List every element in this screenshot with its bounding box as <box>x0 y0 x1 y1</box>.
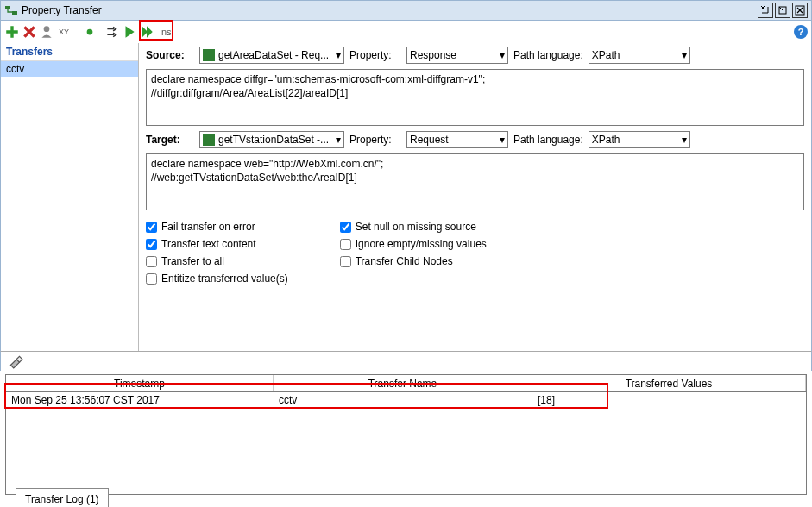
options-checks: Fail transfer on error Transfer text con… <box>146 221 804 285</box>
svg-point-5 <box>87 29 93 35</box>
chevron-down-icon: ▾ <box>500 49 505 61</box>
target-label: Target: <box>146 134 194 146</box>
checkbox[interactable] <box>146 273 157 285</box>
chevron-down-icon: ▾ <box>500 134 505 146</box>
log-toolbar <box>0 352 812 371</box>
cell-name: cctv <box>274 394 532 406</box>
target-step-combo[interactable]: getTVstationDataSet -... ▾ <box>199 131 344 148</box>
col-timestamp[interactable]: Timestamp <box>6 375 274 391</box>
step-icon <box>203 49 215 61</box>
transfers-list[interactable]: cctv <box>1 61 138 351</box>
check-ignore-empty[interactable]: Ignore empty/missing values <box>340 238 487 250</box>
minimize-button[interactable] <box>758 3 773 18</box>
ns-label: ns: <box>161 27 174 37</box>
clear-log-button[interactable] <box>8 354 23 369</box>
run-all-button[interactable] <box>139 24 154 40</box>
checkbox[interactable] <box>146 222 157 233</box>
check-entitize[interactable]: Entitize transferred value(s) <box>146 272 288 285</box>
check-fail-on-error[interactable]: Fail transfer on error <box>146 221 288 233</box>
checkbox[interactable] <box>340 239 351 250</box>
check-child-nodes[interactable]: Transfer Child Nodes <box>340 255 487 267</box>
source-property-combo[interactable]: Response ▾ <box>406 47 508 64</box>
target-row: Target: getTVstationDataSet -... ▾ Prope… <box>146 131 804 148</box>
svg-point-4 <box>44 26 50 32</box>
source-pathlang-label: Path language: <box>513 49 583 61</box>
source-label: Source: <box>146 49 194 61</box>
source-step-combo[interactable]: getAreaDataSet - Req... ▾ <box>199 47 344 64</box>
source-property-label: Property: <box>349 49 401 61</box>
checkbox[interactable] <box>146 256 157 267</box>
transfer-log-tab[interactable]: Transfer Log (1) <box>16 488 109 507</box>
target-pathlang-combo[interactable]: XPath ▾ <box>589 131 690 148</box>
check-set-null[interactable]: Set null on missing source <box>340 221 487 233</box>
transfer-log-label: Transfer Log (1) <box>25 493 99 505</box>
transfer-item[interactable]: cctv <box>1 61 138 77</box>
cell-timestamp: Mon Sep 25 13:56:07 CST 2017 <box>6 394 274 406</box>
target-pathlang-label: Path language: <box>513 134 583 146</box>
source-path-input[interactable] <box>146 69 804 126</box>
close-button[interactable] <box>792 3 808 18</box>
svg-rect-0 <box>5 6 10 9</box>
window-title: Property Transfer <box>22 4 102 16</box>
target-step-value: getTVstationDataSet -... <box>218 134 332 146</box>
source-row: Source: getAreaDataSet - Req... ▾ Proper… <box>146 47 804 64</box>
app-icon <box>4 3 18 17</box>
source-pathlang-value: XPath <box>592 49 678 61</box>
results-table: Timestamp Transfer Name Transferred Valu… <box>5 374 807 495</box>
target-path-input[interactable] <box>146 153 804 210</box>
cell-values: [18] <box>532 394 806 406</box>
chevron-down-icon: ▾ <box>682 134 687 146</box>
col-transfer-name[interactable]: Transfer Name <box>274 375 532 391</box>
delete-button[interactable] <box>22 24 37 40</box>
checkbox[interactable] <box>146 239 157 250</box>
clone-button[interactable] <box>39 24 54 40</box>
target-pathlang-value: XPath <box>592 134 678 146</box>
titlebar: Property Transfer <box>0 0 812 21</box>
config-panel: Source: getAreaDataSet - Req... ▾ Proper… <box>139 43 811 351</box>
status-dot-icon <box>82 24 98 40</box>
chevron-down-icon: ▾ <box>336 49 341 61</box>
chevron-down-icon: ▾ <box>682 49 687 61</box>
source-property-value: Response <box>410 49 496 61</box>
transfer-icon[interactable] <box>104 24 120 40</box>
check-to-all[interactable]: Transfer to all <box>146 255 288 267</box>
chevron-down-icon: ▾ <box>336 134 341 146</box>
checkbox[interactable] <box>340 256 351 267</box>
toolbar: XY.. ns: ? <box>0 21 812 43</box>
col-transferred-values[interactable]: Transferred Values <box>532 375 806 391</box>
maximize-button[interactable] <box>775 3 790 18</box>
results-header: Timestamp Transfer Name Transferred Valu… <box>6 375 806 392</box>
checkbox[interactable] <box>340 222 351 233</box>
transfers-header: Transfers <box>1 43 138 61</box>
step-icon <box>203 134 215 146</box>
target-property-label: Property: <box>349 134 401 146</box>
source-pathlang-combo[interactable]: XPath ▾ <box>589 47 690 64</box>
target-property-combo[interactable]: Request ▾ <box>406 131 508 148</box>
table-row[interactable]: Mon Sep 25 13:56:07 CST 2017 cctv [18] <box>6 392 806 408</box>
source-step-value: getAreaDataSet - Req... <box>218 49 332 61</box>
target-property-value: Request <box>410 134 496 146</box>
check-text-content[interactable]: Transfer text content <box>146 238 288 250</box>
transfers-panel: Transfers cctv <box>1 43 139 351</box>
add-button[interactable] <box>4 24 20 40</box>
main-panel: Transfers cctv Source: getAreaDataSet - … <box>0 43 812 352</box>
help-icon[interactable]: ? <box>794 25 808 39</box>
rename-button[interactable]: XY.. <box>56 24 75 40</box>
svg-rect-1 <box>12 11 17 15</box>
run-button[interactable] <box>122 24 137 40</box>
